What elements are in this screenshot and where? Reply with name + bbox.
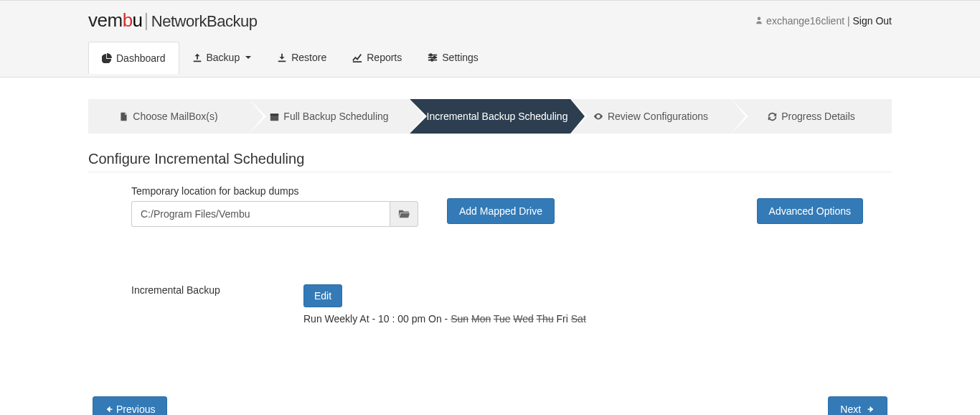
nav-backup[interactable]: Backup [179, 42, 265, 73]
schedule-day: Thu [537, 313, 554, 325]
schedule-day: Sun [451, 313, 468, 325]
calendar-icon [270, 112, 279, 121]
temp-location-label: Temporary location for backup dumps [131, 185, 418, 197]
step-review[interactable]: Review Configurations [570, 99, 731, 134]
username: exchange16client [766, 15, 844, 27]
step-choose-mailbox[interactable]: Choose MailBox(s) [88, 99, 249, 134]
refresh-icon [768, 112, 777, 121]
file-icon [119, 112, 128, 121]
svg-rect-4 [270, 113, 278, 115]
arrow-right-icon [867, 405, 875, 414]
schedule-day: Tue [494, 313, 511, 325]
incremental-backup-label: Incremental Backup [131, 284, 260, 296]
user-area: exchange16client | Sign Out [755, 15, 892, 27]
svg-point-0 [430, 54, 432, 56]
folder-open-icon [398, 209, 410, 219]
pie-chart-icon [102, 53, 112, 63]
edit-button[interactable]: Edit [303, 284, 342, 307]
schedule-day: Wed [513, 313, 534, 325]
schedule-day: Sat [571, 313, 586, 325]
download-icon [277, 52, 287, 62]
chart-line-icon [352, 52, 362, 62]
chevron-down-icon [245, 56, 251, 59]
arrow-left-icon [105, 405, 113, 414]
section-title: Configure Incremental Scheduling [88, 151, 892, 172]
signout-link[interactable]: Sign Out [853, 15, 892, 27]
schedule-day: Mon [471, 313, 491, 325]
next-button[interactable]: Next [828, 396, 887, 415]
advanced-options-button[interactable]: Advanced Options [757, 198, 863, 224]
wizard-steps: Choose MailBox(s) Full Backup Scheduling… [88, 99, 892, 134]
step-incremental-backup[interactable]: Incremental Backup Scheduling [410, 99, 570, 134]
add-mapped-drive-button[interactable]: Add Mapped Drive [447, 198, 555, 224]
sliders-icon [428, 52, 438, 62]
schedule-summary: Run Weekly At - 10 : 00 pm On - Sun Mon … [303, 313, 586, 325]
previous-button[interactable]: Previous [93, 396, 167, 415]
main-nav: Dashboard Backup Restore Reports [88, 42, 892, 73]
step-full-backup[interactable]: Full Backup Scheduling [249, 99, 410, 134]
schedule-day: Fri [557, 313, 568, 325]
nav-reports[interactable]: Reports [339, 42, 415, 73]
browse-button[interactable] [390, 201, 418, 227]
step-progress[interactable]: Progress Details [731, 99, 892, 134]
nav-dashboard[interactable]: Dashboard [88, 42, 179, 74]
eye-icon [593, 111, 603, 121]
svg-rect-5 [107, 409, 113, 410]
temp-location-input[interactable] [131, 201, 390, 227]
upload-icon [192, 52, 202, 62]
svg-point-1 [434, 57, 436, 59]
user-icon [755, 16, 763, 24]
svg-point-2 [431, 59, 433, 61]
app-logo: vembu|NetworkBackup [88, 9, 257, 32]
nav-restore[interactable]: Restore [264, 42, 339, 73]
svg-rect-6 [868, 409, 874, 410]
nav-settings[interactable]: Settings [415, 42, 491, 73]
